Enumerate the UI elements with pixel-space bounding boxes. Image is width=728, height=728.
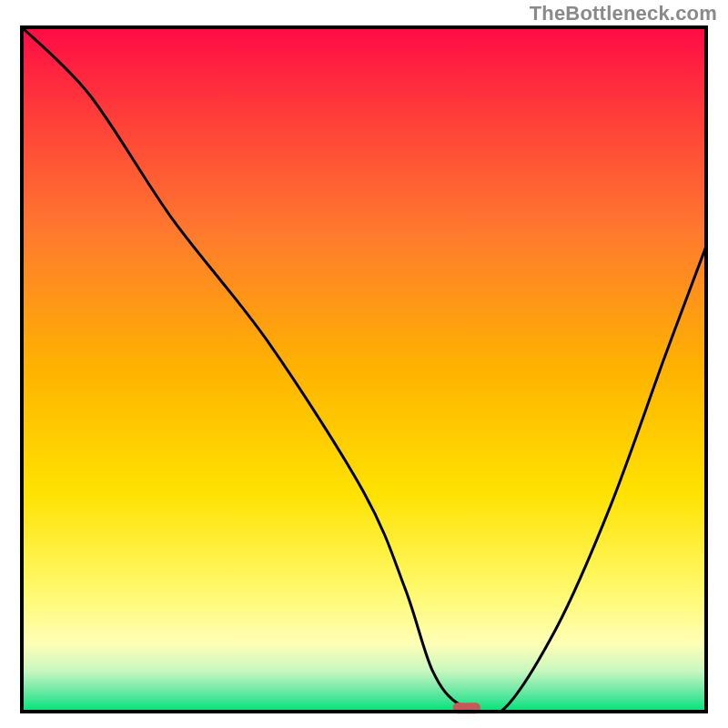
bottleneck-chart xyxy=(0,0,728,728)
plot-background xyxy=(22,27,706,712)
